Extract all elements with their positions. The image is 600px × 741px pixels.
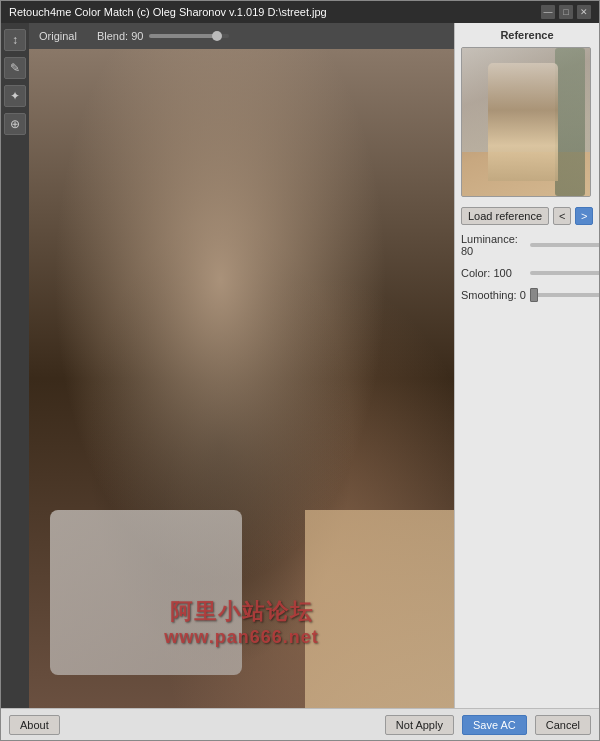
load-reference-button[interactable]: Load reference xyxy=(461,207,549,225)
not-apply-button[interactable]: Not Apply xyxy=(385,715,454,735)
window-title: Retouch4me Color Match (c) Oleg Sharonov… xyxy=(9,6,541,18)
color-label: Color: 100 xyxy=(461,267,526,279)
bottom-bar: About Not Apply Save AC Cancel xyxy=(1,708,599,740)
brush-tool-button[interactable]: ✦ xyxy=(4,85,26,107)
luminance-label: Luminance: 80 xyxy=(461,233,526,257)
luminance-slider[interactable] xyxy=(530,243,599,247)
move-tool-button[interactable]: ↕ xyxy=(4,29,26,51)
photo-table-region xyxy=(50,510,241,675)
ref-image-content xyxy=(462,48,590,196)
minimize-button[interactable]: — xyxy=(541,5,555,19)
reference-thumbnail xyxy=(461,47,591,197)
app-window: Retouch4me Color Match (c) Oleg Sharonov… xyxy=(0,0,600,741)
about-button[interactable]: About xyxy=(9,715,60,735)
cancel-button[interactable]: Cancel xyxy=(535,715,591,735)
maximize-button[interactable]: □ xyxy=(559,5,573,19)
window-controls: — □ ✕ xyxy=(541,5,591,19)
reference-panel-label: Reference xyxy=(461,29,593,41)
canvas-header: Original Blend: 90 xyxy=(29,23,454,49)
smoothing-label: Smoothing: 0 xyxy=(461,289,526,301)
pen-tool-button[interactable]: ✎ xyxy=(4,57,26,79)
prev-reference-button[interactable]: < xyxy=(553,207,571,225)
main-area: ↕ ✎ ✦ ⊕ Original Blend: 90 xyxy=(1,23,599,708)
luminance-row: Luminance: 80 xyxy=(461,231,593,259)
color-row: Color: 100 xyxy=(461,265,593,281)
smoothing-slider[interactable] xyxy=(530,293,599,297)
color-slider[interactable] xyxy=(530,271,599,275)
blend-control: Blend: 90 xyxy=(97,30,229,42)
load-reference-row: Load reference < > xyxy=(461,207,593,225)
right-panel: Reference Load reference < > Luminance: … xyxy=(454,23,599,708)
ref-tree-element xyxy=(555,48,585,196)
photo-foreground-region xyxy=(305,510,454,708)
smoothing-row: Smoothing: 0 xyxy=(461,287,593,303)
ref-figure-element xyxy=(488,63,558,181)
title-bar: Retouch4me Color Match (c) Oleg Sharonov… xyxy=(1,1,599,23)
blend-slider[interactable] xyxy=(149,34,229,38)
original-label: Original xyxy=(39,30,77,42)
close-button[interactable]: ✕ xyxy=(577,5,591,19)
left-toolbar: ↕ ✎ ✦ ⊕ xyxy=(1,23,29,708)
blend-label: Blend: 90 xyxy=(97,30,143,42)
zoom-tool-button[interactable]: ⊕ xyxy=(4,113,26,135)
save-ac-button[interactable]: Save AC xyxy=(462,715,527,735)
next-reference-button[interactable]: > xyxy=(575,207,593,225)
main-image-container: 阿里小站论坛 www.pan666.net xyxy=(29,49,454,708)
canvas-area: Original Blend: 90 阿里小站论坛 ww xyxy=(29,23,454,708)
